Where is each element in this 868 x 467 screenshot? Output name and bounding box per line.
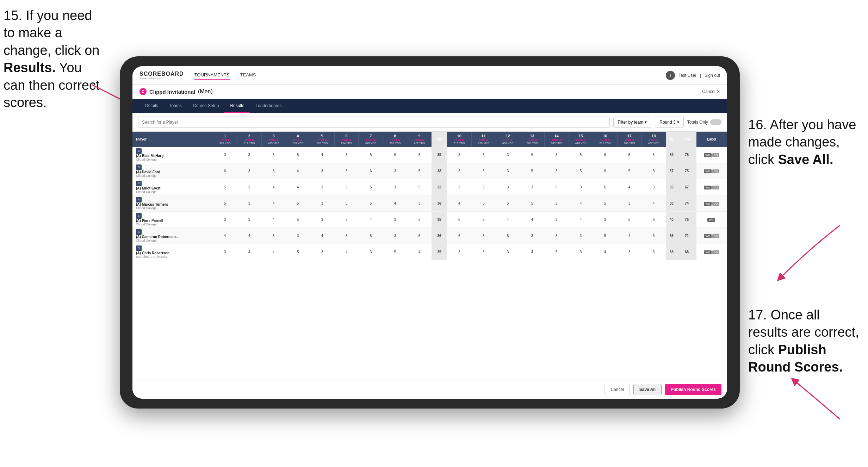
- hole-8-score[interactable]: 3: [383, 163, 407, 179]
- hole-13-score[interactable]: 6: [520, 147, 544, 163]
- hole-12-score[interactable]: 3: [496, 147, 520, 163]
- hole-4-score[interactable]: 5: [286, 212, 310, 228]
- hole-10-score[interactable]: 3: [447, 147, 471, 163]
- hole-1-score[interactable]: 3: [213, 212, 237, 228]
- hole-8-score[interactable]: 3: [383, 179, 407, 195]
- hole-18-score[interactable]: 3: [641, 244, 666, 260]
- hole-13-score[interactable]: 3: [520, 179, 544, 195]
- hole-11-score[interactable]: 5: [471, 195, 496, 212]
- save-all-btn[interactable]: Save All: [633, 384, 662, 395]
- hole-18-score[interactable]: 4: [641, 195, 666, 212]
- hole-17-score[interactable]: 5: [617, 212, 641, 228]
- hole-7-score[interactable]: 5: [359, 147, 383, 163]
- hole-9-score[interactable]: 5: [407, 147, 432, 163]
- cancel-tournament-btn[interactable]: Cancel ✕: [702, 89, 720, 94]
- hole-12-score[interactable]: 3: [496, 163, 520, 179]
- hole-10-score[interactable]: 6: [447, 228, 471, 244]
- hole-18-score[interactable]: 3: [641, 179, 666, 195]
- hole-12-score[interactable]: 5: [496, 228, 520, 244]
- tab-course-setup[interactable]: Course Setup: [187, 99, 224, 113]
- hole-10-score[interactable]: 3: [447, 179, 471, 195]
- hole-17-score[interactable]: 5: [617, 163, 641, 179]
- hole-5-score[interactable]: 4: [310, 228, 334, 244]
- hole-15-score[interactable]: 3: [569, 228, 593, 244]
- hole-3-score[interactable]: 5: [261, 147, 286, 163]
- nav-teams[interactable]: TEAMS: [240, 71, 256, 80]
- cancel-action-btn[interactable]: Cancel: [604, 384, 630, 395]
- totals-toggle-switch[interactable]: [710, 119, 721, 125]
- hole-9-score[interactable]: 4: [407, 244, 432, 260]
- hole-15-score[interactable]: 4: [569, 195, 593, 212]
- hole-4-score[interactable]: 3: [286, 228, 310, 244]
- hole-11-score[interactable]: 5: [471, 147, 496, 163]
- hole-2-score[interactable]: 3: [237, 147, 261, 163]
- hole-16-score[interactable]: 5: [593, 228, 617, 244]
- hole-13-score[interactable]: 4: [520, 244, 544, 260]
- hole-11-score[interactable]: 5: [471, 163, 496, 179]
- hole-18-score[interactable]: 6: [641, 212, 666, 228]
- hole-16-score[interactable]: 3: [593, 212, 617, 228]
- hole-3-score[interactable]: 4: [261, 212, 286, 228]
- hole-14-score[interactable]: 3: [544, 195, 569, 212]
- hole-16-score[interactable]: 6: [593, 147, 617, 163]
- hole-14-score[interactable]: 5: [544, 179, 569, 195]
- hole-4-score[interactable]: 5: [286, 244, 310, 260]
- hole-16-score[interactable]: 4: [593, 244, 617, 260]
- hole-17-score[interactable]: 3: [617, 244, 641, 260]
- hole-3-score[interactable]: 4: [261, 195, 286, 212]
- hole-15-score[interactable]: 3: [569, 244, 593, 260]
- hole-18-score[interactable]: 3: [641, 228, 666, 244]
- hole-2-score[interactable]: 3: [237, 179, 261, 195]
- hole-12-score[interactable]: 3: [496, 179, 520, 195]
- hole-8-score[interactable]: 6: [383, 147, 407, 163]
- hole-12-score[interactable]: 4: [496, 212, 520, 228]
- tab-results[interactable]: Results: [224, 99, 250, 113]
- hole-9-score[interactable]: 5: [407, 228, 432, 244]
- hole-15-score[interactable]: 4: [569, 212, 593, 228]
- hole-3-score[interactable]: 4: [261, 179, 286, 195]
- hole-2-score[interactable]: 4: [237, 244, 261, 260]
- hole-7-score[interactable]: 4: [359, 212, 383, 228]
- hole-2-score[interactable]: 3: [237, 212, 261, 228]
- filter-by-team-btn[interactable]: Filter by team ▾: [613, 117, 652, 128]
- hole-10-score[interactable]: 5: [447, 212, 471, 228]
- hole-11-score[interactable]: 3: [471, 228, 496, 244]
- hole-8-score[interactable]: 3: [383, 212, 407, 228]
- hole-2-score[interactable]: 3: [237, 195, 261, 212]
- round-selector-btn[interactable]: Round 3 ▾: [655, 117, 683, 128]
- tab-details[interactable]: Details: [140, 99, 164, 113]
- hole-13-score[interactable]: 5: [520, 195, 544, 212]
- hole-10-score[interactable]: 3: [447, 163, 471, 179]
- hole-2-score[interactable]: 4: [237, 228, 261, 244]
- hole-16-score[interactable]: 5: [593, 195, 617, 212]
- hole-14-score[interactable]: 3: [544, 147, 569, 163]
- hole-9-score[interactable]: 5: [407, 163, 432, 179]
- tab-teams[interactable]: Teams: [164, 99, 187, 113]
- hole-3-score[interactable]: 4: [261, 244, 286, 260]
- hole-7-score[interactable]: 3: [359, 244, 383, 260]
- hole-6-score[interactable]: 4: [334, 244, 359, 260]
- hole-16-score[interactable]: 6: [593, 179, 617, 195]
- hole-14-score[interactable]: 3: [544, 228, 569, 244]
- hole-14-score[interactable]: 5: [544, 244, 569, 260]
- hole-1-score[interactable]: 5: [213, 179, 237, 195]
- hole-7-score[interactable]: 5: [359, 179, 383, 195]
- hole-17-score[interactable]: 5: [617, 147, 641, 163]
- hole-5-score[interactable]: 4: [310, 147, 334, 163]
- hole-1-score[interactable]: 6: [213, 163, 237, 179]
- hole-10-score[interactable]: 4: [447, 195, 471, 212]
- hole-7-score[interactable]: 6: [359, 163, 383, 179]
- player-search-input[interactable]: [138, 117, 610, 128]
- hole-6-score[interactable]: 5: [334, 195, 359, 212]
- signout-link[interactable]: Sign out: [705, 73, 720, 78]
- hole-2-score[interactable]: 3: [237, 163, 261, 179]
- hole-11-score[interactable]: 5: [471, 179, 496, 195]
- hole-5-score[interactable]: 3: [310, 179, 334, 195]
- hole-6-score[interactable]: 5: [334, 212, 359, 228]
- hole-15-score[interactable]: 5: [569, 147, 593, 163]
- hole-3-score[interactable]: 5: [261, 228, 286, 244]
- hole-13-score[interactable]: 5: [520, 163, 544, 179]
- publish-round-scores-btn[interactable]: Publish Round Scores: [665, 384, 721, 395]
- hole-5-score[interactable]: 3: [310, 195, 334, 212]
- hole-9-score[interactable]: 3: [407, 195, 432, 212]
